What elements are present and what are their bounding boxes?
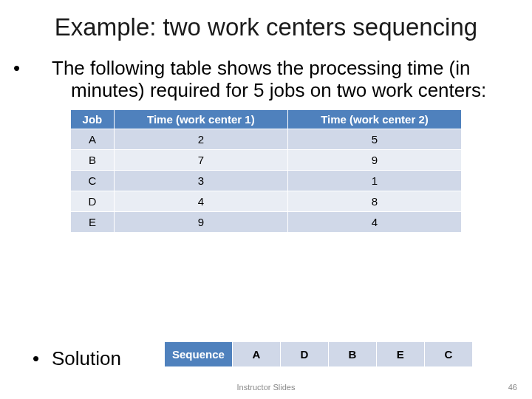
slide-title: Example: two work centers sequencing	[0, 0, 532, 41]
sequence-cell: A	[232, 342, 280, 367]
solution-label-text: Solution	[52, 347, 121, 369]
cell-t2: 9	[287, 150, 461, 171]
bullet-icon: •	[33, 58, 52, 80]
cell-t2: 5	[287, 129, 461, 150]
sequence-header: Sequence	[165, 342, 233, 367]
slide: Example: two work centers sequencing •Th…	[0, 0, 532, 399]
solution-row: •Solution Sequence A D B E C	[0, 341, 532, 378]
intro-content: The following table shows the processing…	[52, 57, 486, 101]
cell-job: B	[71, 150, 115, 171]
cell-t2: 1	[287, 171, 461, 191]
cell-job: D	[71, 191, 115, 212]
sequence-table: Sequence A D B E C	[164, 341, 473, 367]
cell-job: A	[71, 129, 115, 150]
cell-t1: 9	[114, 212, 287, 233]
cell-t2: 8	[287, 191, 461, 212]
cell-job: E	[71, 212, 115, 233]
cell-job: C	[71, 171, 115, 191]
sequence-cell: E	[376, 342, 424, 367]
table-row: B 7 9	[71, 150, 462, 171]
sequence-cell: D	[280, 342, 328, 367]
cell-t1: 7	[114, 150, 287, 171]
bullet-icon: •	[33, 347, 52, 370]
intro-text: •The following table shows the processin…	[52, 58, 502, 102]
table-row: C 3 1	[71, 171, 462, 191]
processing-time-table: Job Time (work center 1) Time (work cent…	[70, 109, 462, 233]
cell-t1: 4	[114, 191, 287, 212]
slide-number: 46	[508, 383, 517, 392]
table-row: D 4 8	[71, 191, 462, 212]
footer-center: Instructor Slides	[0, 383, 532, 392]
col-job: Job	[71, 109, 115, 129]
solution-bullet: •Solution	[33, 347, 121, 370]
col-time2: Time (work center 2)	[287, 109, 461, 129]
cell-t1: 3	[114, 171, 287, 191]
sequence-cell: B	[328, 342, 376, 367]
sequence-row: Sequence A D B E C	[165, 342, 473, 367]
cell-t1: 2	[114, 129, 287, 150]
cell-t2: 4	[287, 212, 461, 233]
table-row: A 2 5	[71, 129, 462, 150]
sequence-cell: C	[424, 342, 472, 367]
table-row: E 9 4	[71, 212, 462, 233]
table-header-row: Job Time (work center 1) Time (work cent…	[71, 109, 462, 129]
col-time1: Time (work center 1)	[114, 109, 287, 129]
